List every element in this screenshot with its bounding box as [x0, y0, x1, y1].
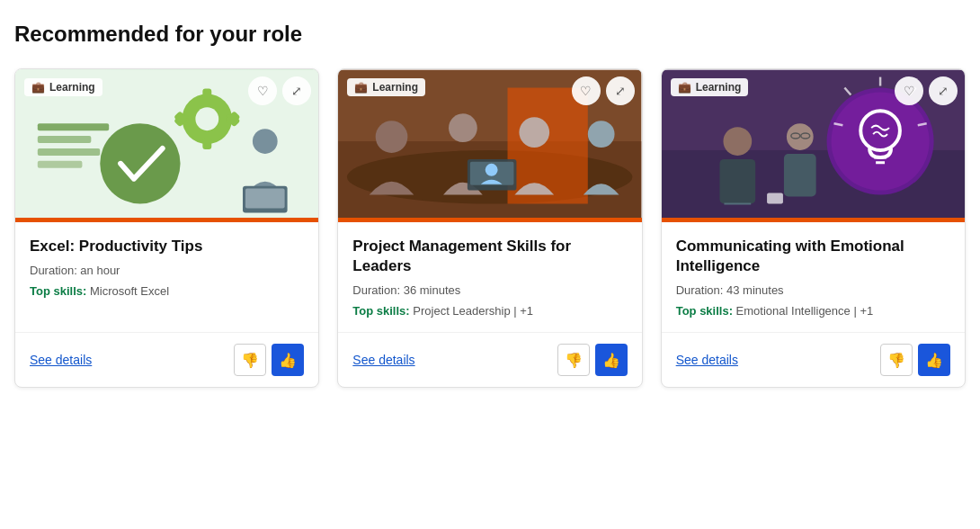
svg-point-29 [486, 164, 498, 176]
card-title-pm: Project Management Skills for Leaders [352, 237, 627, 276]
learning-badge-ei: 💼 Learning [671, 78, 749, 96]
svg-point-1 [100, 123, 180, 203]
card-ei: 💼 Learning ♡ ⤢ Communicating with Emotio… [661, 68, 966, 388]
card-image-excel: 💼 Learning ♡ ⤢ [15, 69, 318, 222]
svg-point-3 [195, 107, 218, 130]
skills-label-ei: Top skills: [676, 304, 733, 318]
svg-rect-12 [38, 123, 109, 130]
card-actions-excel: ♡ ⤢ [248, 76, 311, 105]
briefcase-icon-pm: 💼 [354, 81, 368, 94]
svg-point-42 [723, 127, 752, 156]
cards-grid: 💼 Learning ♡ ⤢ Excel: Productivity Tips … [14, 68, 966, 388]
briefcase-icon-ei: 💼 [678, 81, 691, 94]
card-excel: 💼 Learning ♡ ⤢ Excel: Productivity Tips … [14, 68, 319, 388]
badge-label-ei: Learning [696, 81, 742, 94]
card-body-ei: Communicating with Emotional Intelligenc… [662, 222, 965, 332]
card-image-pm: 💼 Learning ♡ ⤢ [338, 69, 641, 222]
share-button-pm[interactable]: ⤢ [606, 76, 635, 105]
share-button-ei[interactable]: ⤢ [929, 76, 958, 105]
thumbdown-button-ei[interactable]: 👎 [880, 344, 913, 376]
favorite-button-ei[interactable]: ♡ [895, 76, 923, 105]
card-bottom-bar-ei [662, 218, 965, 222]
svg-point-24 [449, 113, 477, 142]
badge-label-pm: Learning [372, 81, 418, 94]
svg-point-23 [376, 121, 408, 153]
card-duration-pm: Duration: 36 minutes [352, 283, 627, 297]
card-body-excel: Excel: Productivity Tips Duration: an ho… [15, 222, 318, 332]
card-title-excel: Excel: Productivity Tips [30, 237, 304, 256]
svg-point-25 [520, 117, 550, 148]
card-bottom-bar-excel [15, 218, 318, 222]
skills-value-pm: Project Leadership | +1 [413, 304, 533, 318]
skills-text-excel: Microsoft Excel [90, 284, 169, 298]
card-actions-pm: ♡ ⤢ [572, 76, 635, 105]
card-skills-pm: Top skills: Project Leadership | +1 [352, 304, 627, 318]
footer-actions-pm: 👎 👍 [557, 344, 628, 376]
see-details-pm[interactable]: See details [352, 353, 414, 367]
card-footer-pm: See details 👎 👍 [338, 332, 641, 387]
learning-badge-excel: 💼 Learning [24, 78, 102, 96]
card-bottom-bar-pm [338, 218, 641, 222]
svg-point-33 [831, 92, 929, 190]
svg-rect-15 [38, 161, 83, 168]
svg-rect-4 [202, 89, 211, 101]
card-actions-ei: ♡ ⤢ [895, 76, 958, 105]
svg-rect-13 [38, 136, 92, 143]
thumbdown-button-pm[interactable]: 👎 [557, 344, 590, 376]
thumbup-button-ei[interactable]: 👍 [918, 344, 950, 376]
thumbup-button-excel[interactable]: 👍 [272, 344, 304, 376]
card-title-ei: Communicating with Emotional Intelligenc… [676, 237, 950, 276]
card-skills-ei: Top skills: Emotional Intelligence | +1 [676, 304, 950, 318]
svg-rect-14 [38, 148, 100, 156]
card-image-ei: 💼 Learning ♡ ⤢ [662, 69, 965, 222]
svg-rect-45 [784, 154, 816, 197]
see-details-ei[interactable]: See details [676, 353, 738, 367]
svg-point-26 [588, 121, 615, 148]
svg-rect-5 [202, 138, 211, 149]
favorite-button-excel[interactable]: ♡ [248, 76, 277, 105]
svg-rect-43 [719, 159, 755, 204]
card-skills-excel: Top skills: Microsoft Excel [30, 284, 304, 298]
card-body-pm: Project Management Skills for Leaders Du… [338, 222, 641, 332]
svg-rect-18 [245, 189, 285, 209]
learning-badge-pm: 💼 Learning [347, 78, 425, 96]
footer-actions-ei: 👎 👍 [880, 344, 950, 376]
card-duration-excel: Duration: an hour [30, 264, 304, 277]
card-duration-ei: Duration: 43 minutes [676, 283, 950, 297]
skills-label-excel: Top skills: [30, 284, 86, 298]
badge-label-excel: Learning [49, 81, 95, 94]
card-pm: 💼 Learning ♡ ⤢ Project Management Skills… [337, 68, 642, 388]
svg-rect-46 [767, 193, 783, 204]
see-details-excel[interactable]: See details [30, 353, 92, 367]
thumbdown-button-excel[interactable]: 👎 [234, 344, 266, 376]
footer-actions-excel: 👎 👍 [234, 344, 304, 376]
share-button-excel[interactable]: ⤢ [282, 76, 311, 105]
skills-value-ei: Emotional Intelligence | +1 [736, 304, 874, 318]
card-footer-excel: See details 👎 👍 [15, 332, 318, 387]
page-title: Recommended for your role [14, 22, 966, 47]
svg-point-16 [253, 129, 278, 154]
thumbup-button-pm[interactable]: 👍 [595, 344, 628, 376]
briefcase-icon: 💼 [31, 81, 45, 94]
card-footer-ei: See details 👎 👍 [662, 332, 965, 387]
favorite-button-pm[interactable]: ♡ [572, 76, 601, 105]
skills-label-pm: Top skills: [352, 304, 409, 318]
